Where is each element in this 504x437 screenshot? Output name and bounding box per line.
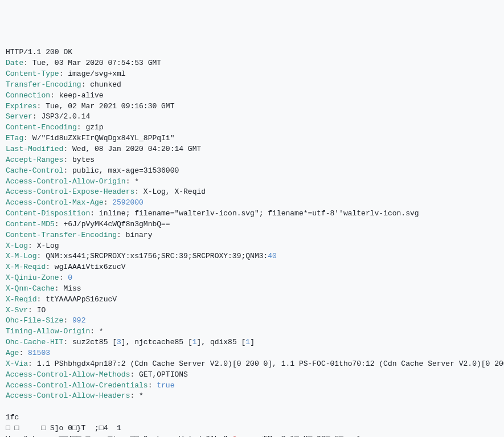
response-line: Access-Control-Allow-Origin: * (6, 177, 498, 187)
response-line: X-Log: X-Log (6, 241, 498, 252)
response-line: Server: JSP3/2.0.14 (6, 112, 498, 122)
response-line: Connection: keep-alive (6, 91, 498, 101)
response-line: Access-Control-Max-Age: 2592000 (6, 198, 498, 209)
response-line: Access-Control-Allow-Headers: * (6, 391, 498, 402)
response-line (6, 402, 498, 413)
response-line: Access-Control-Allow-Credentials: true (6, 381, 498, 391)
response-line: X-M-Log: QNM:xs441;SRCPROXY:xs1756;SRC:3… (6, 251, 498, 262)
response-line: X-Reqid: ttYAAAAPpS16zucV (6, 295, 498, 305)
response-line: ETag: W/"Fid8uZXkFIrQWqDgx84YL_8PPqIi" (6, 133, 498, 144)
response-line: Access-Control-Allow-Methods: GET,OPTION… (6, 370, 498, 381)
response-line: Accept-Ranges: bytes (6, 155, 498, 166)
response-line: X-Qiniu-Zone: 0 (6, 273, 498, 284)
response-line: Last-Modified: Wed, 08 Jan 2020 04:20:14… (6, 144, 498, 155)
raw-response-text: HTTP/1.1 200 OKDate: Tue, 03 Mar 2020 07… (6, 47, 498, 437)
response-line: X-M-Reqid: wgIAAAiVtix6zucV (6, 262, 498, 273)
response-line: Timing-Allow-Origin: * (6, 326, 498, 337)
response-line: Content-Encoding: gzip (6, 122, 498, 133)
response-line: Transfer-Encoding: chunked (6, 80, 498, 91)
response-line: X-Qnm-Cache: Miss (6, 284, 498, 295)
response-line: Access-Control-Expose-Headers: X-Log, X-… (6, 187, 498, 198)
response-line: Content-Disposition: inline; filename="w… (6, 209, 498, 219)
response-line: Cache-Control: public, max-age=31536000 (6, 166, 498, 177)
response-line: Ohc-File-Size: 992 (6, 316, 498, 326)
response-line: X-Svr: IO (6, 305, 498, 316)
response-line: Content-Type: image/svg+xml (6, 69, 498, 80)
response-line: V- & k u □□4□□ □w m □i a □□ 9 k_ aW ! d … (6, 434, 498, 437)
response-line: Content-MD5: +6J/pVyMK4cWQf8n3gMnbQ== (6, 219, 498, 230)
response-line: X-Via: 1.1 PShbhgdx4pn187:2 (Cdn Cache S… (6, 359, 498, 370)
response-line: Date: Tue, 03 Mar 2020 07:54:53 GMT (6, 58, 498, 69)
response-line: Age: 81503 (6, 348, 498, 359)
response-line: HTTP/1.1 200 OK (6, 47, 498, 58)
response-line: Expires: Tue, 02 Mar 2021 09:16:30 GMT (6, 101, 498, 112)
response-line: 1fc (6, 413, 498, 423)
response-line: Content-Transfer-Encoding: binary (6, 230, 498, 241)
response-line: □ □ □ S]o 0□}T ;□4 1 (6, 423, 498, 434)
response-line: Ohc-Cache-HIT: suz2ct85 [3], njctcache85… (6, 337, 498, 348)
